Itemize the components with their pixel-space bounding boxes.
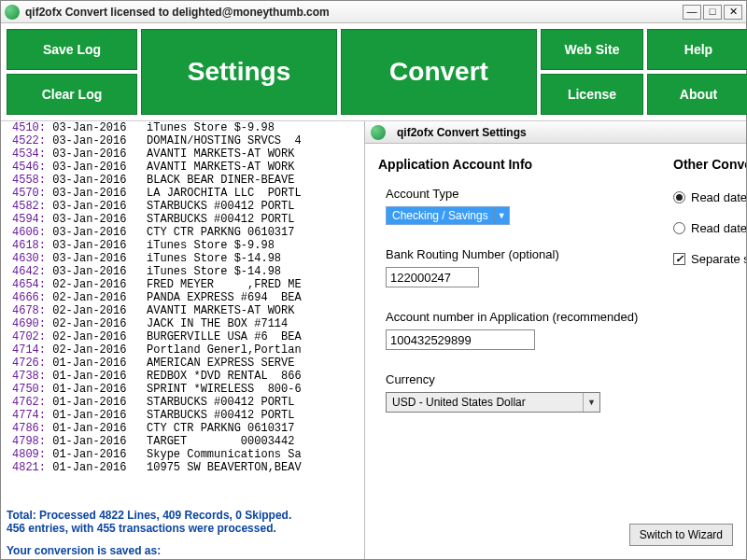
- log-line: 4642: 03-Jan-2016 iTunes Store $-14.98: [3, 265, 364, 278]
- help-button[interactable]: Help: [647, 29, 747, 70]
- currency-select[interactable]: USD - United States Dollar ▼: [386, 392, 600, 413]
- log-line: 4522: 03-Jan-2016 DOMAIN/HOSTING SRVCS 4: [3, 134, 364, 147]
- log-line: 4558: 03-Jan-2016 BLACK BEAR DINER-BEAVE: [3, 174, 364, 187]
- save-log-button[interactable]: Save Log: [7, 29, 137, 70]
- log-line: 4630: 03-Jan-2016 iTunes Store $-14.98: [3, 252, 364, 265]
- app-icon: [371, 125, 386, 140]
- read-dates-radio-2[interactable]: Read dates: [673, 221, 746, 235]
- log-summary-1: Total: Processed 4822 Lines, 409 Records…: [7, 509, 359, 522]
- log-line: 4702: 02-Jan-2016 BURGERVILLE USA #6 BEA: [3, 330, 364, 343]
- chevron-down-icon: ▼: [494, 207, 509, 224]
- log-line: 4821: 01-Jan-2016 10975 SW BEAVERTON,BEA…: [3, 461, 364, 474]
- log-line: 4738: 01-Jan-2016 REDBOX *DVD RENTAL 866: [3, 370, 364, 383]
- minimize-button[interactable]: —: [683, 5, 701, 20]
- log-line: 4714: 02-Jan-2016 Portland Generl,Portla…: [3, 343, 364, 357]
- close-button[interactable]: ✕: [724, 5, 742, 20]
- log-summary-3: Your conversion is saved as:: [7, 544, 359, 557]
- settings-pane: qif2ofx Convert Settings Application Acc…: [365, 121, 746, 559]
- log-line: 4774: 01-Jan-2016 STARBUCKS #00412 PORTL: [3, 409, 364, 422]
- log-line: 4809: 01-Jan-2016 Skype Communications S…: [3, 448, 364, 461]
- app-icon: [5, 5, 20, 20]
- acctnum-input[interactable]: [386, 329, 535, 350]
- log-scroll[interactable]: 4510: 03-Jan-2016 iTunes Store $-9.98452…: [1, 121, 364, 505]
- routing-input[interactable]: [386, 267, 479, 287]
- log-line: 4786: 01-Jan-2016 CTY CTR PARKNG 0610317: [3, 422, 364, 435]
- account-type-combo[interactable]: Checking / Savings ▼: [386, 206, 510, 225]
- log-line: 4510: 03-Jan-2016 iTunes Store $-9.98: [3, 121, 364, 134]
- acctnum-block: Account number in Application (recommend…: [378, 310, 733, 350]
- log-line: 4546: 03-Jan-2016 AVANTI MARKETS-AT WORK: [3, 161, 364, 174]
- settings-title: qif2ofx Convert Settings: [397, 126, 527, 139]
- log-line: 4606: 03-Jan-2016 CTY CTR PARKNG 0610317: [3, 226, 364, 239]
- read-dates-radio-1[interactable]: Read dates: [673, 190, 746, 204]
- acctnum-label: Account number in Application (recommend…: [386, 310, 733, 324]
- currency-block: Currency USD - United States Dollar ▼: [378, 372, 733, 413]
- maximize-button[interactable]: □: [703, 5, 722, 20]
- log-summary-2: 456 entries, with 455 transactions were …: [7, 522, 359, 535]
- license-button[interactable]: License: [541, 74, 643, 115]
- chevron-down-icon: ▼: [583, 393, 599, 412]
- toolbar: Save Log Settings Convert Web Site Help …: [1, 23, 746, 120]
- log-line: 4570: 03-Jan-2016 LA JAROCHITA LLC PORTL: [3, 187, 364, 200]
- main-window: qif2ofx Convert licensed to delighted@mo…: [0, 0, 747, 560]
- log-pane: 4510: 03-Jan-2016 iTunes Store $-9.98452…: [1, 121, 365, 559]
- clear-log-button[interactable]: Clear Log: [7, 74, 137, 115]
- settings-button[interactable]: Settings: [141, 29, 337, 115]
- log-line: 4654: 02-Jan-2016 FRED MEYER ,FRED ME: [3, 278, 364, 291]
- window-title: qif2ofx Convert licensed to delighted@mo…: [25, 6, 683, 19]
- log-line: 4750: 01-Jan-2016 SPRINT *WIRELESS 800-6: [3, 383, 364, 396]
- log-footer: Total: Processed 4822 Lines, 409 Records…: [1, 505, 364, 559]
- log-line: 4666: 02-Jan-2016 PANDA EXPRESS #694 BEA: [3, 291, 364, 304]
- log-line: 4690: 02-Jan-2016 JACK IN THE BOX #7114: [3, 317, 364, 330]
- log-line: 4726: 01-Jan-2016 AMERICAN EXPRESS SERVE: [3, 357, 364, 370]
- log-line: 4678: 02-Jan-2016 AVANTI MARKETS-AT WORK: [3, 304, 364, 317]
- about-button[interactable]: About: [647, 74, 747, 115]
- titlebar: qif2ofx Convert licensed to delighted@mo…: [1, 1, 746, 23]
- log-line: 4582: 03-Jan-2016 STARBUCKS #00412 PORTL: [3, 200, 364, 213]
- currency-value: USD - United States Dollar: [387, 396, 583, 409]
- log-line: 4594: 03-Jan-2016 STARBUCKS #00412 PORTL: [3, 213, 364, 226]
- convert-button[interactable]: Convert: [341, 29, 537, 115]
- window-controls: — □ ✕: [683, 5, 742, 20]
- other-options: Read dates Read dates ✓Separate s: [673, 190, 746, 266]
- log-line: 4762: 01-Jan-2016 STARBUCKS #00412 PORTL: [3, 396, 364, 409]
- settings-titlebar: qif2ofx Convert Settings: [365, 121, 746, 144]
- website-button[interactable]: Web Site: [541, 29, 643, 70]
- currency-label: Currency: [386, 372, 733, 386]
- other-heading: Other Conve: [673, 157, 746, 172]
- settings-body: Application Account Info Other Conve Acc…: [365, 144, 746, 559]
- log-line: 4534: 03-Jan-2016 AVANTI MARKETS-AT WORK: [3, 147, 364, 161]
- log-line: 4618: 03-Jan-2016 iTunes Store $-9.98: [3, 239, 364, 252]
- log-line: 4798: 01-Jan-2016 TARGET 00003442: [3, 435, 364, 448]
- separate-check[interactable]: ✓Separate s: [673, 252, 746, 266]
- switch-to-wizard-button[interactable]: Switch to Wizard: [629, 524, 733, 546]
- content: 4510: 03-Jan-2016 iTunes Store $-9.98452…: [1, 120, 746, 559]
- account-type-value: Checking / Savings: [387, 209, 494, 222]
